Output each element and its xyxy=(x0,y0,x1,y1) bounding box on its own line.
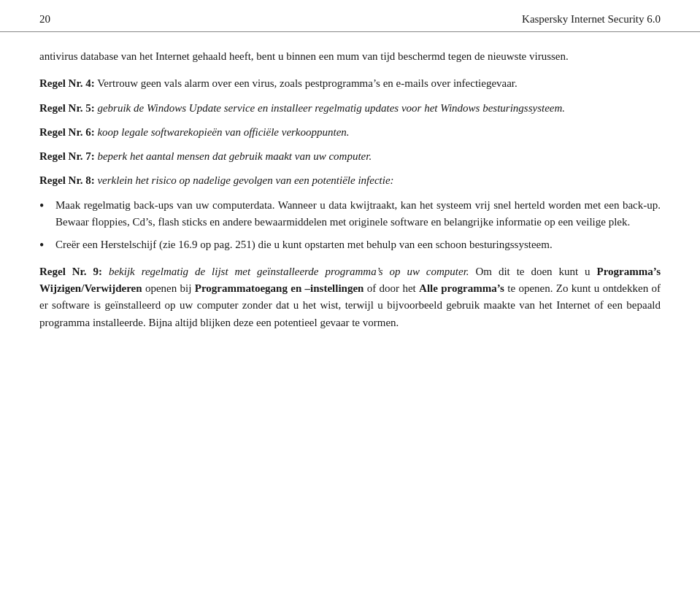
rule-5-after: en installeer regelmatig updates voor he… xyxy=(255,102,565,114)
rule-9-bold2: Programmatoegang en –instellingen xyxy=(195,282,364,294)
page: 20 Kaspersky Internet Security 6.0 antiv… xyxy=(0,0,700,610)
rule-7-block: Regel Nr. 7: beperk het aantal mensen da… xyxy=(39,148,661,165)
page-title: Kaspersky Internet Security 6.0 xyxy=(522,13,661,26)
rule-7-text: Regel Nr. 7: beperk het aantal mensen da… xyxy=(39,148,661,165)
page-header: 20 Kaspersky Internet Security 6.0 xyxy=(0,0,700,31)
rule-4-text: Regel Nr. 4: Vertrouw geen vals alarm ov… xyxy=(39,75,661,92)
rule-9-rest: Om dit te doen kunt u xyxy=(469,266,597,277)
page-content: antivirus database van het Internet geha… xyxy=(0,38,700,360)
rule-5-block: Regel Nr. 5: gebruik de Windows Update s… xyxy=(39,100,661,117)
header-divider xyxy=(0,31,700,32)
rule-8-content: verklein het risico op nadelige gevolgen… xyxy=(95,174,394,186)
rule-9-label: Regel Nr. 9: xyxy=(39,266,102,277)
rule-6-text: Regel Nr. 6: koop legale softwarekopieën… xyxy=(39,124,661,141)
rule-4-block: Regel Nr. 4: Vertrouw geen vals alarm ov… xyxy=(39,75,661,92)
rule-6-label: Regel Nr. 6: xyxy=(39,126,95,138)
rule-9-italic: bekijk regelmatig de lijst met geïnstall… xyxy=(102,266,469,277)
rule-8-text: Regel Nr. 8: verklein het risico op nade… xyxy=(39,172,661,189)
rule-4-label: Regel Nr. 4: xyxy=(39,77,95,89)
rule-4-content: Vertrouw geen vals alarm over een virus,… xyxy=(95,77,518,89)
rule-9-between2: of door het xyxy=(364,282,419,294)
list-item: • Creër een Herstelschijf (zie 16.9 op p… xyxy=(39,236,661,256)
rule-9-text: Regel Nr. 9: bekijk regelmatig de lijst … xyxy=(39,263,661,331)
rule-5-before: gebruik de Windows Update xyxy=(95,102,224,114)
bullet-list: • Maak regelmatig back-ups van uw comput… xyxy=(39,197,661,256)
bullet-2-text: Creër een Herstelschijf (zie 16.9 op pag… xyxy=(55,236,661,253)
rule-8-label: Regel Nr. 8: xyxy=(39,174,95,186)
rule-8-block: Regel Nr. 8: verklein het risico op nade… xyxy=(39,172,661,256)
bullet-1-text: Maak regelmatig back-ups van uw computer… xyxy=(55,197,661,231)
bullet-dot-2: • xyxy=(39,236,55,256)
rule-6-content: koop legale softwarekopieën van officiël… xyxy=(95,126,350,138)
rule-7-label: Regel Nr. 7: xyxy=(39,150,95,162)
rule-5-keyword: service xyxy=(224,102,255,114)
rule-9-between1: openen bij xyxy=(142,282,195,294)
rule-6-block: Regel Nr. 6: koop legale softwarekopieën… xyxy=(39,124,661,141)
rule-9-block: Regel Nr. 9: bekijk regelmatig de lijst … xyxy=(39,263,661,331)
bullet-dot-1: • xyxy=(39,196,55,217)
rule-9-bold3: Alle programma’s xyxy=(419,282,504,294)
rule-7-content: beperk het aantal mensen dat gebruik maa… xyxy=(95,150,372,162)
rule-5-text: Regel Nr. 5: gebruik de Windows Update s… xyxy=(39,100,661,117)
list-item: • Maak regelmatig back-ups van uw comput… xyxy=(39,197,661,231)
intro-text: antivirus database van het Internet geha… xyxy=(39,48,661,65)
page-number: 20 xyxy=(39,13,50,26)
rule-5-label: Regel Nr. 5: xyxy=(39,102,95,114)
